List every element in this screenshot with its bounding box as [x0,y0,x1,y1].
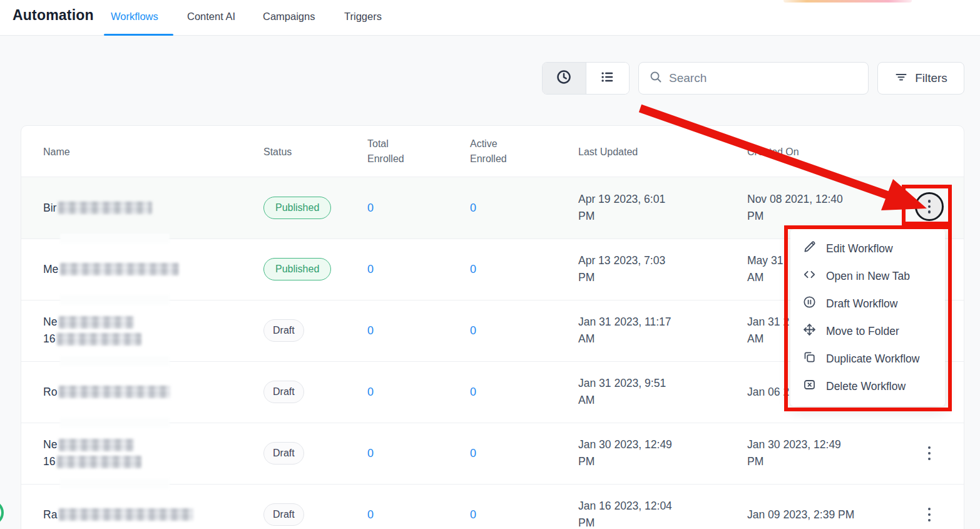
menu-item-move-to-folder[interactable]: Move to Folder [790,317,945,345]
workflow-name: Ra [43,484,193,529]
col-header-status: Status [263,145,292,160]
redacted-text [57,333,141,346]
menu-item-open-in-new-tab[interactable]: Open in New Tab [790,262,945,290]
delete-x-icon [803,378,816,394]
redacted-text [60,263,179,275]
filter-lines-icon [894,70,908,87]
menu-item-label: Delete Workflow [826,380,906,393]
total-enrolled-link[interactable]: 0 [367,300,374,361]
redacted-text [59,386,170,398]
row-actions-kebab-button[interactable] [925,446,934,460]
workflow-name: Ne 16 [43,423,141,484]
col-header-last-updated: Last Updated [578,145,638,160]
menu-item-label: Move to Folder [826,325,899,338]
list-icon [600,69,616,88]
active-enrolled-link[interactable]: 0 [470,423,476,484]
search-box [638,62,869,95]
workflow-name: Bir [43,177,152,239]
filters-button[interactable]: Filters [877,62,964,95]
created-on-cell: Jan 30 2023, 12:49PM [747,423,885,484]
total-enrolled-link[interactable]: 0 [367,484,374,529]
workflow-name: Me [43,239,179,300]
table-header-row: Name Status TotalEnrolled ActiveEnrolled… [21,126,964,177]
status-badge: Draft [263,503,304,526]
last-updated-cell: Jan 31 2023, 9:51AM [578,361,711,423]
total-enrolled-link[interactable]: 0 [367,239,374,300]
page-title: Automation [13,7,94,24]
redaction-strip [60,356,170,366]
last-updated-cell: Jan 16 2023, 12:04PM [578,484,711,529]
code-icon [803,268,816,284]
search-input[interactable] [669,71,844,85]
last-updated-cell: Jan 30 2023, 12:49PM [578,423,711,484]
redacted-text [59,439,134,451]
row-actions-kebab-button-open[interactable] [915,192,944,221]
redaction-strip [60,418,170,428]
created-on-cell: Jan 09 2023, 2:39 PM [747,484,885,529]
col-header-name: Name [43,145,70,160]
table-row[interactable]: Ne 16 Draft 0 0 Jan 30 2023, 12:49PM Jan… [21,423,964,484]
active-enrolled-link[interactable]: 0 [470,177,476,239]
last-updated-cell: Jan 31 2023, 11:17AM [578,300,711,361]
move-icon [803,323,816,339]
kebab-icon [928,200,931,213]
menu-item-label: Duplicate Workflow [826,352,919,366]
status-badge: Draft [263,319,304,342]
row-actions-kebab-button[interactable] [925,508,934,521]
top-navigation-bar: Automation Workflows Content AI Campaign… [0,0,980,36]
menu-item-duplicate-workflow[interactable]: Duplicate Workflow [790,345,945,372]
status-badge: Draft [263,381,304,403]
status-badge: Published [263,258,331,280]
col-header-active-enrolled: ActiveEnrolled [470,136,507,167]
active-enrolled-link[interactable]: 0 [470,300,476,361]
total-enrolled-link[interactable]: 0 [367,361,374,423]
table-row[interactable]: Ra Draft 0 0 Jan 16 2023, 12:04PM Jan 09… [21,484,964,529]
recent-view-button[interactable] [543,63,586,94]
col-header-created-on: Created On [747,145,799,160]
pause-circle-icon [803,295,816,312]
workflow-name: Ne 16 [43,300,141,361]
last-updated-cell: Apr 13 2023, 7:03PM [578,239,711,300]
tab-campaigns[interactable]: Campaigns [263,11,315,23]
copy-icon [803,351,816,367]
active-enrolled-link[interactable]: 0 [470,239,476,300]
pencil-icon [803,240,816,257]
view-toggle-group [542,62,630,95]
col-header-total-enrolled: TotalEnrolled [367,136,404,167]
redacted-text [57,456,141,468]
total-enrolled-link[interactable]: 0 [367,177,374,239]
redaction-strip [60,234,170,244]
filters-label: Filters [915,71,947,85]
redaction-strip [60,479,170,489]
redacted-text [59,508,193,521]
last-updated-cell: Apr 19 2023, 6:01PM [578,177,711,239]
redaction-strip [60,295,170,305]
tab-triggers[interactable]: Triggers [344,11,382,23]
tab-content-ai[interactable]: Content AI [187,11,235,23]
tab-workflows[interactable]: Workflows [111,11,158,23]
status-badge: Published [263,197,331,219]
status-badge: Draft [263,442,304,465]
total-enrolled-link[interactable]: 0 [367,423,374,484]
menu-item-label: Open in New Tab [826,270,910,283]
active-tab-underline [104,34,173,36]
redacted-text [59,316,134,329]
workflow-context-menu: Edit Workflow Open in New Tab Draft Work… [790,229,945,406]
menu-item-edit-workflow[interactable]: Edit Workflow [790,235,945,262]
menu-item-label: Edit Workflow [826,242,893,255]
menu-item-label: Draft Workflow [826,297,897,311]
redacted-text [58,202,152,214]
workflow-name: Ro [43,361,170,423]
menu-item-draft-workflow[interactable]: Draft Workflow [790,290,945,317]
list-view-button[interactable] [586,63,630,94]
search-icon [649,70,663,86]
menu-item-delete-workflow[interactable]: Delete Workflow [790,372,945,400]
active-enrolled-link[interactable]: 0 [470,361,476,423]
cropped-gradient-button-edge [783,0,912,3]
clock-icon [556,69,572,88]
active-enrolled-link[interactable]: 0 [470,484,476,529]
